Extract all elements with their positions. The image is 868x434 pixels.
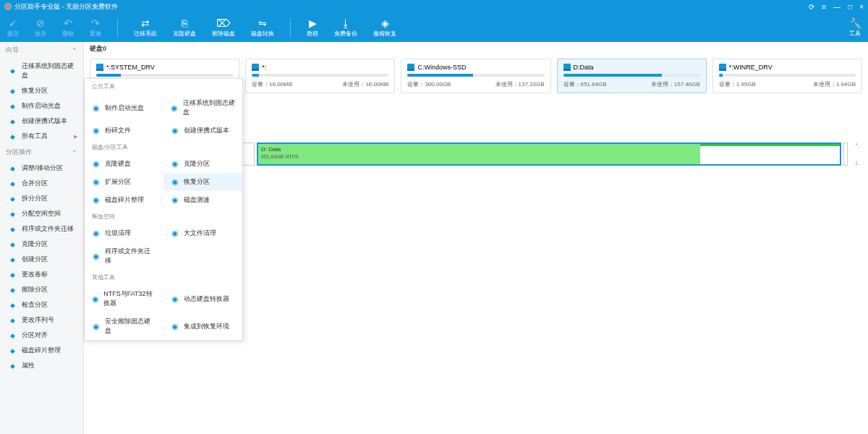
close-icon[interactable]: × bbox=[859, 3, 864, 11]
sidebar-item[interactable]: ◆迁移系统到固态硬盘 bbox=[0, 59, 83, 83]
capacity: 容量：651.64GB bbox=[563, 80, 607, 88]
capacity: 容量：1.95GB bbox=[719, 80, 756, 88]
sidebar-item[interactable]: ◆创建便携式版本 bbox=[0, 114, 83, 129]
tool-icon: ◉ bbox=[92, 160, 101, 169]
tool-icon: ◉ bbox=[171, 322, 179, 331]
tool-icon: ◉ bbox=[92, 229, 101, 238]
sidebar-item[interactable]: ◆更改序列号 bbox=[0, 312, 83, 328]
item-icon: ◆ bbox=[10, 286, 17, 294]
popup-item[interactable]: ◉磁盘测速 bbox=[163, 191, 242, 209]
sidebar-item[interactable]: ◆擦除分区 bbox=[0, 282, 83, 297]
tools-label: 工具 bbox=[849, 30, 861, 38]
popup-item[interactable]: ◉垃圾清理 bbox=[85, 224, 163, 242]
sidebar-item[interactable]: ◆克隆分区 bbox=[0, 237, 83, 252]
tool-icon: ⊘ bbox=[35, 17, 46, 29]
popup-item[interactable]: ◉迁移系统到固态硬盘 bbox=[163, 94, 242, 122]
popup-group: 公共工具 bbox=[85, 79, 242, 94]
popup-item[interactable]: ◉制作启动光盘 bbox=[85, 94, 163, 122]
popup-item[interactable]: ◉NTFS与FAT32转换器 bbox=[85, 285, 163, 312]
sidebar-item[interactable]: ◆拆分分区 bbox=[0, 191, 83, 206]
sidebar-item[interactable]: ◆恢复分区 bbox=[0, 83, 83, 98]
popup-item[interactable]: ◉恢复分区 bbox=[163, 173, 242, 191]
seg-sub: 651.64GB NTFS bbox=[261, 154, 299, 159]
sidebar-item[interactable]: ◆所有工具▶ bbox=[0, 129, 83, 144]
popup-item[interactable]: ◉动态硬盘转换器 bbox=[163, 285, 242, 312]
disk-label: 硬盘0 bbox=[84, 42, 868, 56]
toolbar-提交[interactable]: ✓提交 bbox=[7, 17, 19, 38]
toolbar-磁盘转换[interactable]: ⇋磁盘转换 bbox=[251, 17, 274, 38]
free: 未使用：16.00MB bbox=[342, 80, 388, 88]
collapse-icon[interactable]: ⌃ bbox=[72, 47, 77, 54]
partition-card[interactable]: *:容量：16.00MB未使用：16.00MB bbox=[245, 59, 395, 93]
sidebar-item[interactable]: ◆磁盘碎片整理 bbox=[0, 343, 83, 358]
popup-item[interactable]: ◉扩展分区 bbox=[85, 173, 163, 191]
toolbar: ✓提交⊘放弃↶撤销↷重做 ⇄迁移系统⎘克隆硬盘⌦擦除磁盘⇋磁盘转换 ▶教程⭳免费… bbox=[0, 13, 868, 42]
content-area: 硬盘0 *:SYSTEM_DRV容量：16.00MB未使用：16.00MB*:容… bbox=[84, 42, 868, 434]
tool-icon: ◉ bbox=[92, 103, 101, 112]
item-icon: ◆ bbox=[10, 103, 17, 110]
popup-item[interactable]: ◉集成到恢复环境 bbox=[163, 312, 242, 340]
popup-item[interactable]: ◉大文件清理 bbox=[163, 224, 242, 242]
sidebar-item[interactable]: ◆合并分区 bbox=[0, 176, 83, 191]
tool-icon: ◉ bbox=[171, 178, 179, 187]
popup-item[interactable]: ◉安全擦除固态硬盘 bbox=[85, 312, 163, 340]
sidebar-item[interactable]: ◆属性 bbox=[0, 358, 83, 373]
toolbar-免费备份[interactable]: ⭳免费备份 bbox=[334, 17, 357, 38]
diskmap-side: *.1. bbox=[852, 142, 862, 166]
maximize-icon[interactable]: □ bbox=[848, 3, 852, 11]
item-icon: ◆ bbox=[10, 67, 17, 75]
partition-seg-selected[interactable]: D: Data 651.64GB NTFS bbox=[257, 142, 841, 166]
tool-icon: ↶ bbox=[62, 17, 74, 29]
sidebar-item[interactable]: ◆制作启动光盘 bbox=[0, 98, 83, 114]
partition-card[interactable]: D:Data容量：651.64GB未使用：157.46GB bbox=[557, 59, 707, 93]
sidebar-item[interactable]: ◆程序或文件夹迁移 bbox=[0, 221, 83, 237]
popup-item[interactable]: ◉克隆分区 bbox=[163, 155, 242, 173]
minimize-icon[interactable]: — bbox=[833, 3, 841, 11]
partition-card[interactable]: *:WINRE_DRV容量：1.95GB未使用：1.94GB bbox=[712, 59, 862, 93]
tool-icon: ✓ bbox=[7, 17, 19, 29]
toolbar-克隆硬盘[interactable]: ⎘克隆硬盘 bbox=[173, 17, 196, 38]
sidebar-item[interactable]: ◆更改卷标 bbox=[0, 267, 83, 282]
tool-icon: ◉ bbox=[171, 196, 179, 205]
tool-icon: ◉ bbox=[92, 178, 101, 187]
popup-item[interactable]: ◉程序或文件夹迁移 bbox=[85, 242, 163, 270]
tool-icon: ⎘ bbox=[179, 17, 190, 29]
popup-item[interactable]: ◉创建便携式版本 bbox=[163, 122, 242, 140]
toolbar-教程[interactable]: ▶教程 bbox=[307, 17, 318, 38]
capacity: 容量：300.00GB bbox=[407, 80, 451, 88]
sidebar-item[interactable]: ◆分配空闲空间 bbox=[0, 206, 83, 221]
sidebar-item[interactable]: ◆检查分区 bbox=[0, 297, 83, 312]
toolbar-放弃[interactable]: ⊘放弃 bbox=[35, 17, 46, 38]
tool-icon: ◉ bbox=[171, 229, 179, 238]
item-icon: ◆ bbox=[10, 302, 17, 309]
sidebar-item[interactable]: ◆创建分区 bbox=[0, 252, 83, 267]
popup-item[interactable]: ◉磁盘碎片整理 bbox=[85, 191, 163, 209]
collapse-icon[interactable]: ⌃ bbox=[72, 149, 77, 156]
tool-icon: ⌦ bbox=[218, 17, 229, 29]
toolbar-重做[interactable]: ↷重做 bbox=[90, 17, 101, 38]
item-icon: ◆ bbox=[10, 133, 17, 140]
popup-item[interactable]: ◉克隆硬盘 bbox=[85, 155, 163, 173]
sidebar-item[interactable]: ◆调整/移动分区 bbox=[0, 161, 83, 176]
popup-item[interactable]: ◉粉碎文件 bbox=[85, 122, 163, 140]
item-icon: ◆ bbox=[10, 362, 17, 370]
toolbar-迁移系统[interactable]: ⇄迁移系统 bbox=[134, 17, 157, 38]
tool-icon: ◉ bbox=[92, 322, 101, 331]
toolbar-擦除磁盘[interactable]: ⌦擦除磁盘 bbox=[212, 17, 235, 38]
tool-icon: ▶ bbox=[307, 17, 318, 29]
refresh-icon[interactable]: ⟳ bbox=[809, 3, 814, 11]
titlebar: 分区助手专业版 - 无损分区免费软件 ⟳ ≡ — □ × bbox=[0, 0, 868, 13]
menu-icon[interactable]: ≡ bbox=[822, 3, 826, 11]
item-icon: ◆ bbox=[10, 88, 17, 95]
partition-card[interactable]: C:Windows-SSD容量：300.00GB未使用：137.33GB bbox=[401, 59, 550, 93]
partition-seg[interactable] bbox=[843, 142, 848, 166]
item-icon: ◆ bbox=[10, 226, 17, 233]
toolbar-傲梅恢复[interactable]: ◈傲梅恢复 bbox=[373, 17, 396, 38]
sidebar-item[interactable]: ◆分区对齐 bbox=[0, 328, 83, 343]
card-title: *:SYSTEM_DRV bbox=[106, 64, 155, 71]
usage-bar bbox=[719, 74, 856, 77]
toolbar-撤销[interactable]: ↶撤销 bbox=[62, 17, 74, 38]
free: 未使用：1.94GB bbox=[813, 80, 856, 88]
window-controls: ⟳ ≡ — □ × bbox=[809, 3, 864, 11]
settings-tool[interactable]: 🔧 工具 bbox=[849, 17, 861, 38]
